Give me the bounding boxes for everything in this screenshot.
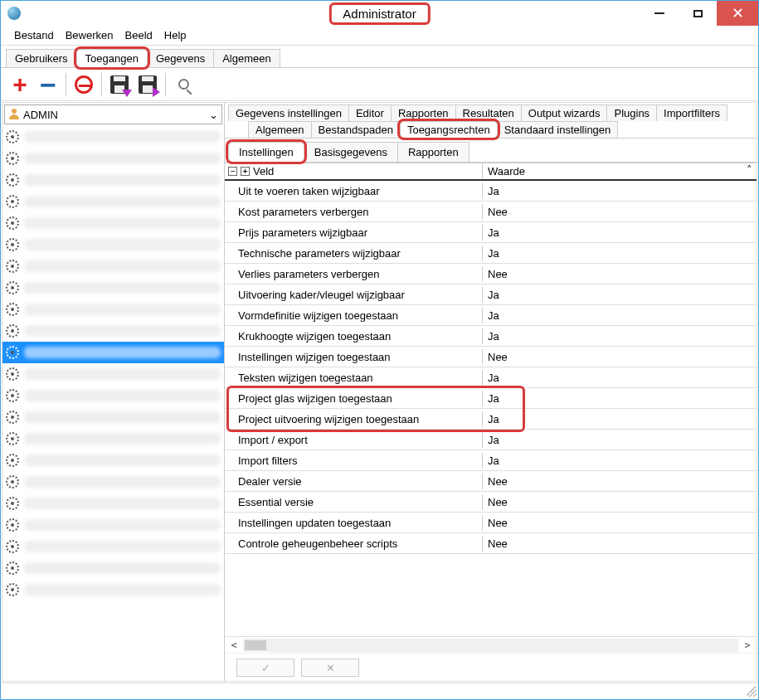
rtab-importfilters[interactable]: Importfilters (656, 105, 727, 121)
remove-icon[interactable]: − (37, 74, 59, 95)
grid-row[interactable]: Import filtersJa (225, 450, 757, 471)
sidebar-item[interactable] (2, 579, 224, 600)
tab-algemeen[interactable]: Algemeen (213, 49, 280, 67)
rtab-resultaten[interactable]: Resultaten (455, 105, 522, 121)
sidebar-item[interactable] (2, 191, 224, 212)
sidebar-item[interactable] (2, 342, 224, 363)
sidebar-item[interactable] (2, 471, 224, 493)
tab-gegevens[interactable]: Gegevens (147, 49, 214, 67)
grid-cell-waarde: Nee (482, 204, 757, 220)
horizontal-scrollbar[interactable]: < > (225, 636, 757, 653)
menu-bestand[interactable]: Bestand (9, 27, 59, 43)
cancel-button[interactable]: ✕ (301, 659, 359, 677)
save-import-icon[interactable] (109, 74, 130, 95)
sidebar-item-label (24, 196, 221, 207)
sidebar-item-label (24, 541, 221, 552)
gear-icon (6, 475, 19, 489)
grid-row[interactable]: Controle geheugenbeheer scriptsNee (225, 533, 757, 554)
save-export-icon[interactable] (137, 74, 158, 95)
menu-help[interactable]: Help (159, 27, 192, 43)
sidebar-item[interactable] (2, 557, 224, 579)
sidebar-item-label (24, 476, 221, 488)
sidebar-item[interactable] (2, 277, 224, 299)
rtab-bestandspaden[interactable]: Bestandspaden (311, 121, 401, 138)
grid-row[interactable]: Technische parameters wijzigbaarJa (225, 243, 757, 264)
rtab-plugins[interactable]: Plugins (606, 105, 657, 121)
grid-cell-waarde: Nee (482, 266, 757, 282)
close-button[interactable]: ✕ (717, 1, 758, 26)
rtab-algemeen[interactable]: Algemeen (248, 121, 312, 138)
maximize-button[interactable] (679, 1, 717, 26)
add-icon[interactable]: + (9, 74, 31, 95)
grid-row[interactable]: Verlies parameters verbergenNee (225, 264, 757, 284)
apply-button[interactable]: ✓ (236, 659, 294, 677)
sidebar-item[interactable] (2, 169, 224, 191)
sidebar-item[interactable] (2, 255, 224, 277)
sidebar-item[interactable] (2, 320, 224, 342)
sidebar-item[interactable] (2, 493, 224, 514)
grid-row[interactable]: Uit te voeren taken wijzigbaarJa (225, 181, 757, 202)
grid-row[interactable]: Dealer versieNee (225, 471, 757, 492)
sidebar-item-label (24, 217, 221, 229)
rtab-rapporten2[interactable]: Rapporten (397, 142, 470, 162)
sidebar-item[interactable] (2, 148, 224, 169)
rtab-gegevens-instellingen[interactable]: Gegevens instellingen (228, 105, 349, 121)
sidebar-item-label (24, 282, 221, 294)
grid-row[interactable]: Essential versieNee (225, 492, 757, 513)
grid-row[interactable]: Instellingen wijzigen toegestaanNee (225, 347, 757, 367)
forbid-icon[interactable] (73, 74, 95, 95)
rtab-instellingen[interactable]: Instellingen (228, 142, 304, 162)
right-tabs-row2: Algemeen Bestandspaden Toegangsrechten S… (225, 121, 757, 139)
sidebar-item[interactable] (2, 406, 224, 428)
sidebar-item[interactable] (2, 212, 224, 234)
sidebar-item-label (24, 411, 221, 423)
grid-row[interactable]: Import / exportJa (225, 430, 757, 450)
grid-row[interactable]: Project uitvoering wijzigen toegestaanJa (225, 409, 757, 430)
sidebar-item[interactable] (2, 428, 224, 450)
grid-row[interactable]: Krukhoogte wijzigen toegestaanJa (225, 326, 757, 347)
minimize-button[interactable] (640, 1, 679, 26)
rtab-toegangsrechten[interactable]: Toegangsrechten (400, 121, 498, 138)
rtab-standaard-instellingen[interactable]: Standaard instellingen (497, 121, 619, 138)
grid-cell-waarde: Ja (482, 308, 757, 323)
grid-row[interactable]: Instellingen updaten toegestaanNee (225, 513, 757, 533)
menu-beeld[interactable]: Beeld (120, 27, 158, 43)
menu-bewerken[interactable]: Bewerken (61, 27, 119, 43)
rtab-output-wizards[interactable]: Output wizards (521, 105, 608, 121)
grid: − + Veld Waarde ˄ Uit te voeren taken wi… (225, 163, 757, 636)
rtab-rapporten[interactable]: Rapporten (391, 105, 456, 121)
sidebar-item[interactable] (2, 385, 224, 406)
sidebar-item[interactable] (2, 234, 224, 255)
grid-cell-veld: Essential versie (225, 494, 482, 510)
scroll-up-icon[interactable]: ˄ (742, 163, 757, 179)
rtab-editor[interactable]: Editor (348, 105, 392, 121)
resize-grip[interactable] (747, 687, 757, 697)
grid-row[interactable]: Project glas wijzigen toegestaanJa (225, 388, 757, 409)
rtab-basisgegevens[interactable]: Basisgegevens (304, 142, 398, 162)
sidebar-item[interactable] (2, 363, 224, 385)
sidebar-item[interactable] (2, 536, 224, 557)
grid-row[interactable]: Kost parameters verbergenNee (225, 202, 757, 222)
window-title: Administrator (328, 2, 430, 25)
grid-header[interactable]: − + Veld Waarde ˄ (225, 163, 757, 181)
grid-cell-veld: Dealer versie (225, 474, 482, 489)
grid-row[interactable]: Vormdefinitie wijzigen toegestaanJa (225, 305, 757, 326)
sidebar-list[interactable] (2, 126, 224, 681)
grid-row[interactable]: Teksten wijzigen toegestaanJa (225, 367, 757, 388)
tab-gebruikers[interactable]: Gebruikers (6, 49, 77, 67)
tab-toegangen[interactable]: Toegangen (76, 49, 148, 67)
sidebar-item-label (24, 174, 221, 186)
user-dropdown[interactable]: ADMIN ⌄ (4, 105, 222, 124)
sidebar-item[interactable] (2, 299, 224, 320)
scroll-right-icon[interactable]: > (742, 639, 753, 651)
search-icon[interactable] (173, 74, 194, 95)
gear-icon (6, 195, 19, 208)
scroll-left-icon[interactable]: < (228, 639, 240, 651)
grid-row[interactable]: Prijs parameters wijzigbaarJa (225, 222, 757, 243)
sidebar-item[interactable] (2, 126, 224, 148)
expand-all-icon[interactable]: + (241, 167, 250, 176)
sidebar-item[interactable] (2, 450, 224, 471)
collapse-all-icon[interactable]: − (228, 167, 237, 176)
sidebar-item[interactable] (2, 514, 224, 536)
grid-row[interactable]: Uitvoering kader/vleugel wijzigbaarJa (225, 284, 757, 305)
